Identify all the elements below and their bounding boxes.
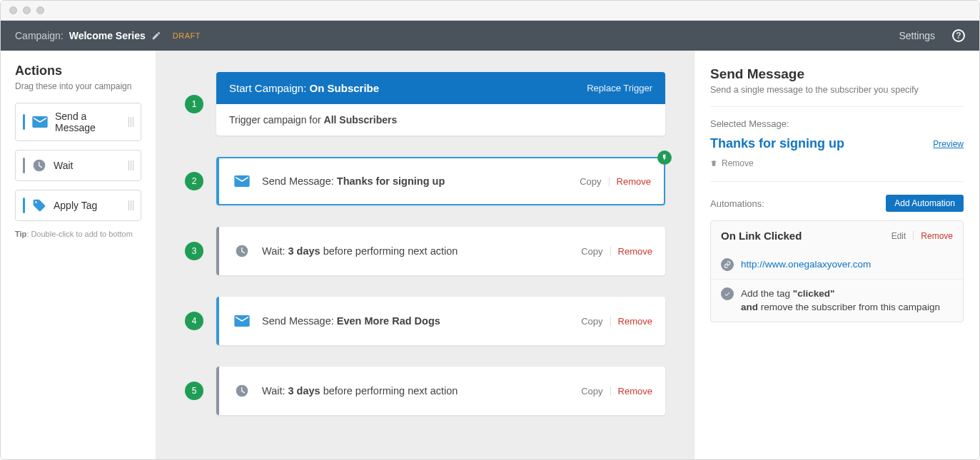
campaign-name: Welcome Series bbox=[69, 30, 146, 41]
automations-label: Automations: bbox=[710, 198, 764, 209]
card-actions: Copy Remove bbox=[580, 176, 651, 187]
trigger-title: Start Campaign: On Subscribe bbox=[229, 82, 379, 94]
toolbar-right: Settings ? bbox=[899, 29, 965, 42]
selected-message-row: Thanks for signing up Preview bbox=[710, 136, 964, 151]
action-apply-tag[interactable]: Apply Tag bbox=[15, 190, 141, 221]
remove-link[interactable]: Remove bbox=[618, 386, 652, 397]
step-number: 1 bbox=[185, 95, 203, 113]
envelope-icon bbox=[234, 315, 250, 327]
automation-card-header: On Link Clicked Edit Remove bbox=[711, 221, 963, 250]
automation-url-link[interactable]: http://www.onegalaxyover.com bbox=[741, 259, 871, 270]
window-close-dot[interactable] bbox=[9, 6, 17, 14]
divider bbox=[610, 387, 611, 396]
action-label: Send a Message bbox=[55, 111, 121, 133]
help-icon[interactable]: ? bbox=[952, 29, 965, 42]
copy-link[interactable]: Copy bbox=[580, 176, 601, 187]
step-number: 3 bbox=[185, 242, 203, 260]
automation-action-row: Add the tag "clicked"and remove the subs… bbox=[711, 279, 963, 322]
automation-card: On Link Clicked Edit Remove http://www.o… bbox=[710, 220, 964, 322]
drag-grip-icon bbox=[128, 160, 134, 170]
right-panel: Send Message Send a single message to th… bbox=[694, 51, 979, 459]
step-number: 4 bbox=[185, 312, 203, 330]
copy-link[interactable]: Copy bbox=[581, 386, 602, 397]
automation-card-actions: Edit Remove bbox=[891, 231, 953, 241]
sidebar-title: Actions bbox=[15, 63, 141, 78]
automation-title: On Link Clicked bbox=[721, 230, 802, 242]
remove-automation-link[interactable]: Remove bbox=[921, 231, 953, 241]
icon-wrap bbox=[232, 311, 252, 331]
trigger-header: Start Campaign: On Subscribe Replace Tri… bbox=[216, 72, 665, 104]
card-actions: Copy Remove bbox=[581, 246, 652, 257]
toolbar-left: Campaign: Welcome Series DRAFT bbox=[15, 30, 899, 41]
step-item: 2 Send Message: Thanks for signing up Co… bbox=[185, 157, 665, 205]
clock-icon bbox=[235, 244, 249, 258]
remove-link[interactable]: Remove bbox=[618, 246, 652, 257]
remove-message-link[interactable]: Remove bbox=[710, 158, 964, 182]
action-accent bbox=[23, 114, 25, 130]
envelope-icon bbox=[234, 175, 250, 187]
selected-message-label: Selected Message: bbox=[710, 118, 964, 129]
step-item: 4 Send Message: Even More Rad Dogs Copy … bbox=[185, 297, 665, 345]
window-max-dot[interactable] bbox=[36, 6, 44, 14]
copy-link[interactable]: Copy bbox=[581, 316, 602, 327]
action-accent bbox=[23, 198, 25, 213]
add-automation-button[interactable]: Add Automation bbox=[886, 195, 964, 212]
clock-icon bbox=[32, 158, 46, 173]
copy-link[interactable]: Copy bbox=[581, 246, 602, 257]
panel-subtitle: Send a single message to the subscriber … bbox=[710, 85, 964, 107]
step-number: 2 bbox=[185, 172, 203, 190]
envelope-icon bbox=[32, 116, 48, 128]
step-card-wait[interactable]: Wait: 3 days before performing next acti… bbox=[216, 227, 665, 275]
settings-link[interactable]: Settings bbox=[899, 30, 935, 41]
sidebar-subtitle: Drag these into your campaign bbox=[15, 81, 141, 91]
action-label: Apply Tag bbox=[54, 200, 121, 211]
bolt-icon bbox=[661, 154, 668, 161]
sidebar-tip: Tip: Double-click to add to bottom bbox=[15, 230, 141, 238]
campaign-canvas: 1 Start Campaign: On Subscribe Replace T… bbox=[156, 51, 694, 459]
automation-url-text: http://www.onegalaxyover.com bbox=[741, 257, 871, 272]
action-card-content: Send Message: Even More Rad Dogs Copy Re… bbox=[216, 297, 665, 345]
campaign-label: Campaign: bbox=[15, 30, 64, 41]
selected-message-name[interactable]: Thanks for signing up bbox=[710, 136, 844, 151]
step-item: 3 Wait: 3 days before performing next ac… bbox=[185, 227, 665, 275]
link-icon bbox=[721, 258, 734, 271]
drag-grip-icon bbox=[128, 200, 134, 210]
trash-icon bbox=[710, 159, 717, 168]
trigger-card[interactable]: Start Campaign: On Subscribe Replace Tri… bbox=[216, 72, 665, 136]
edit-campaign-icon[interactable] bbox=[151, 31, 161, 41]
step-card-wait[interactable]: Wait: 3 days before performing next acti… bbox=[216, 367, 665, 415]
step-card-message[interactable]: Send Message: Thanks for signing up Copy… bbox=[216, 157, 665, 205]
panel-title: Send Message bbox=[710, 66, 964, 82]
remove-link[interactable]: Remove bbox=[618, 316, 652, 327]
divider bbox=[610, 317, 611, 326]
automations-header: Automations: Add Automation bbox=[710, 195, 964, 212]
action-wait[interactable]: Wait bbox=[15, 150, 141, 181]
action-card-content: Wait: 3 days before performing next acti… bbox=[216, 227, 665, 275]
preview-link[interactable]: Preview bbox=[933, 139, 964, 149]
action-label: Wait bbox=[54, 160, 121, 171]
divider bbox=[913, 231, 914, 240]
step-label: Wait: 3 days before performing next acti… bbox=[262, 245, 581, 257]
window-min-dot[interactable] bbox=[23, 6, 31, 14]
drag-grip-icon bbox=[128, 117, 134, 127]
remove-link[interactable]: Remove bbox=[617, 176, 651, 187]
step-number: 5 bbox=[185, 382, 203, 400]
action-send-message[interactable]: Send a Message bbox=[15, 103, 141, 141]
automation-action-text: Add the tag "clicked"and remove the subs… bbox=[741, 287, 940, 315]
toolbar: Campaign: Welcome Series DRAFT Settings … bbox=[1, 21, 979, 51]
step-card-message[interactable]: Send Message: Even More Rad Dogs Copy Re… bbox=[216, 297, 665, 345]
replace-trigger-link[interactable]: Replace Trigger bbox=[587, 83, 652, 93]
action-accent bbox=[23, 158, 25, 173]
status-badge: DRAFT bbox=[173, 31, 201, 40]
edit-automation-link[interactable]: Edit bbox=[891, 231, 906, 241]
step-label: Send Message: Even More Rad Dogs bbox=[262, 315, 581, 327]
icon-wrap bbox=[232, 171, 252, 191]
window-titlebar bbox=[1, 1, 979, 21]
action-card-content: Wait: 3 days before performing next acti… bbox=[216, 367, 665, 415]
automation-url-row: http://www.onegalaxyover.com bbox=[711, 250, 963, 279]
step-item: 5 Wait: 3 days before performing next ac… bbox=[185, 367, 665, 415]
app-window: Campaign: Welcome Series DRAFT Settings … bbox=[0, 0, 980, 460]
step-trigger: 1 Start Campaign: On Subscribe Replace T… bbox=[185, 72, 665, 136]
step-label: Send Message: Thanks for signing up bbox=[262, 175, 580, 187]
content: Actions Drag these into your campaign Se… bbox=[1, 51, 979, 459]
